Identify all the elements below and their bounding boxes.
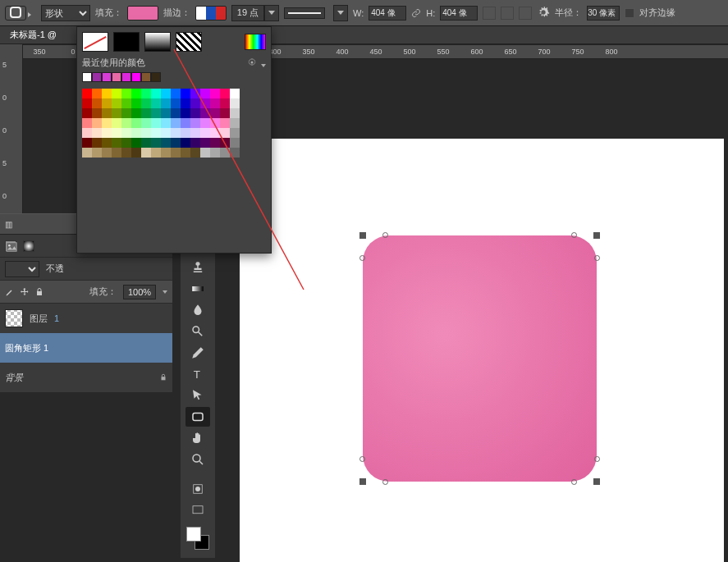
recent-color-swatch[interactable] <box>102 72 112 82</box>
color-swatch[interactable] <box>161 148 171 158</box>
color-swatch[interactable] <box>161 89 171 98</box>
color-swatch[interactable] <box>210 148 220 158</box>
color-swatch[interactable] <box>220 118 230 128</box>
recent-color-swatch[interactable] <box>121 72 131 82</box>
color-swatch[interactable] <box>151 148 161 158</box>
color-swatch[interactable] <box>171 89 181 98</box>
color-swatch[interactable] <box>171 98 181 108</box>
color-swatch[interactable] <box>151 128 161 138</box>
align-edges-checkbox[interactable] <box>625 8 634 18</box>
color-swatch[interactable] <box>200 98 210 108</box>
color-swatch[interactable] <box>112 148 121 158</box>
color-swatch[interactable] <box>230 89 240 98</box>
color-swatch[interactable] <box>210 98 220 108</box>
color-swatch[interactable] <box>121 148 131 158</box>
color-swatch[interactable] <box>82 128 92 138</box>
color-swatch[interactable] <box>171 118 181 128</box>
radius-input[interactable] <box>587 6 620 21</box>
color-swatch[interactable] <box>141 128 151 138</box>
tool-preset-icon[interactable] <box>5 6 26 21</box>
color-swatch[interactable] <box>102 89 112 98</box>
fill-type-none[interactable] <box>82 32 108 52</box>
color-swatch[interactable] <box>190 108 200 118</box>
transform-handle-bl[interactable] <box>359 478 366 485</box>
color-swatch[interactable] <box>220 89 230 98</box>
color-swatch[interactable] <box>131 89 141 98</box>
corner-anchor[interactable] <box>594 255 600 261</box>
fill-type-gradient[interactable] <box>144 32 171 52</box>
color-swatch[interactable] <box>151 108 161 118</box>
color-swatch[interactable] <box>200 128 210 138</box>
color-swatch[interactable] <box>121 118 131 128</box>
layer-name[interactable]: 图层 <box>30 313 48 325</box>
color-swatch[interactable] <box>121 89 131 98</box>
pathops-icon-3[interactable] <box>519 7 532 20</box>
transform-handle-tr[interactable] <box>593 232 600 239</box>
color-swatch[interactable] <box>131 118 141 128</box>
color-swatch[interactable] <box>82 89 92 98</box>
brush-lock-icon[interactable] <box>5 287 15 297</box>
color-swatch[interactable] <box>230 148 240 158</box>
color-swatch[interactable] <box>230 138 240 148</box>
hand-tool-icon[interactable] <box>185 428 210 448</box>
color-swatch[interactable] <box>210 138 220 148</box>
layer-row[interactable]: 圆角矩形 1 <box>0 333 172 363</box>
color-swatch[interactable] <box>181 138 190 148</box>
color-swatch[interactable] <box>171 148 181 158</box>
color-swatch[interactable] <box>210 118 220 128</box>
color-swatch[interactable] <box>210 89 220 98</box>
color-swatch[interactable] <box>131 98 141 108</box>
color-swatch[interactable] <box>112 128 121 138</box>
color-swatch[interactable] <box>121 138 131 148</box>
zoom-tool-icon[interactable] <box>185 450 210 469</box>
corner-anchor[interactable] <box>571 232 577 238</box>
recent-color-swatch[interactable] <box>112 72 121 82</box>
color-swatch[interactable] <box>220 128 230 138</box>
color-swatch[interactable] <box>82 148 92 158</box>
adjustment-icon[interactable] <box>23 240 34 252</box>
foreground-color-swatch[interactable] <box>186 527 201 541</box>
recent-color-swatch[interactable] <box>131 72 141 82</box>
color-swatch[interactable] <box>131 108 141 118</box>
color-swatch[interactable] <box>112 118 121 128</box>
color-swatch[interactable] <box>171 108 181 118</box>
color-swatch[interactable] <box>190 118 200 128</box>
color-swatch[interactable] <box>190 148 200 158</box>
blend-mode-select[interactable] <box>5 261 39 277</box>
color-swatch[interactable] <box>82 98 92 108</box>
color-swatch[interactable] <box>210 108 220 118</box>
color-swatch[interactable] <box>181 108 190 118</box>
panel-fill-input[interactable] <box>123 285 156 299</box>
color-swatch[interactable] <box>92 148 102 158</box>
color-swatch[interactable] <box>131 138 141 148</box>
pathops-icon-1[interactable] <box>483 7 496 20</box>
color-swatch[interactable] <box>82 118 92 128</box>
corner-anchor[interactable] <box>382 479 388 485</box>
stroke-size-dropdown[interactable] <box>264 5 279 21</box>
color-swatch[interactable] <box>220 138 230 148</box>
color-swatch[interactable] <box>210 128 220 138</box>
color-swatch[interactable] <box>92 89 102 98</box>
color-swatch[interactable] <box>92 98 102 108</box>
color-swatch[interactable] <box>161 138 171 148</box>
quick-mask-icon[interactable] <box>185 479 210 499</box>
width-input[interactable] <box>369 6 406 21</box>
color-swatch[interactable] <box>161 98 171 108</box>
dodge-tool-icon[interactable] <box>185 322 210 341</box>
color-swatch[interactable] <box>102 118 112 128</box>
color-swatch[interactable] <box>200 118 210 128</box>
corner-anchor[interactable] <box>359 255 365 261</box>
transform-handle-br[interactable] <box>593 478 600 485</box>
layer-thumbnail[interactable] <box>5 309 23 327</box>
gradient-tool-icon[interactable] <box>185 279 210 299</box>
color-swatch[interactable] <box>230 128 240 138</box>
color-swatch[interactable] <box>82 138 92 148</box>
lock-icons-group[interactable] <box>5 287 44 297</box>
recent-color-swatch[interactable] <box>82 72 92 82</box>
color-swatch[interactable] <box>190 89 200 98</box>
color-swatch[interactable] <box>200 108 210 118</box>
layer-row[interactable]: 背景 <box>0 363 172 392</box>
color-swatch[interactable] <box>230 98 240 108</box>
image-icon[interactable] <box>5 240 16 252</box>
color-swatch[interactable] <box>141 148 151 158</box>
